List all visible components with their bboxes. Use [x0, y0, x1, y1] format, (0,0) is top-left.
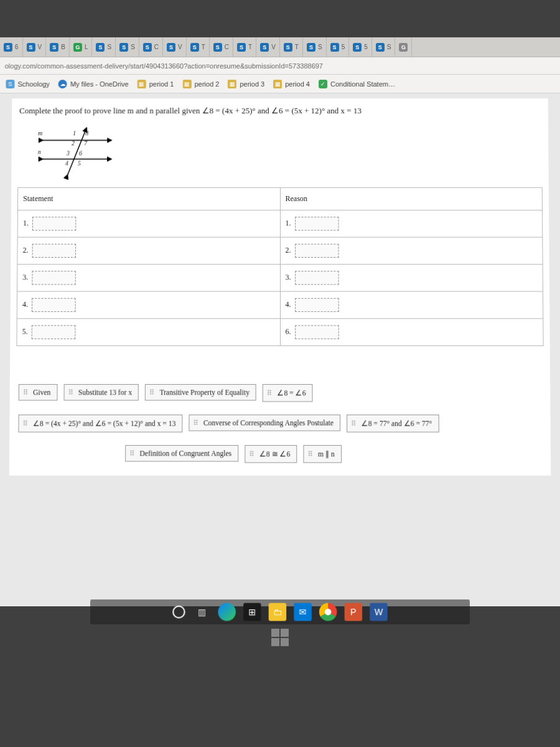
answer-tile[interactable]: Converse of Corresponding Angles Postula… — [189, 415, 341, 431]
tab-label: C — [225, 44, 229, 50]
windows-button-icon[interactable] — [271, 629, 289, 646]
bookmark-label: period 2 — [194, 80, 219, 88]
favicon-icon: S — [376, 42, 385, 51]
reason-dropzone[interactable] — [295, 217, 338, 230]
reason-dropzone[interactable] — [295, 298, 339, 312]
row-number: 4. — [286, 300, 291, 309]
angle-6: 6 — [79, 149, 82, 156]
address-bar[interactable]: ology.com/common-assessment-delivery/sta… — [0, 57, 560, 75]
cloud-icon: ☁ — [58, 80, 67, 88]
store-icon[interactable]: ⊞ — [243, 603, 261, 621]
reason-dropzone[interactable] — [295, 325, 339, 339]
windows-taskbar: ▥ ⊞ 🗀 ✉ P W — [90, 599, 470, 624]
favicon-icon: S — [190, 42, 199, 51]
answer-tile[interactable]: ∠8 ≅ ∠6 — [245, 445, 297, 463]
tab-label: V — [271, 44, 276, 50]
table-row: 3. 3. — [17, 265, 543, 292]
favicon-icon: S — [260, 42, 269, 51]
chrome-icon[interactable] — [319, 603, 337, 621]
mail-icon[interactable]: ✉ — [294, 603, 311, 621]
tab-label: 6 — [15, 44, 19, 50]
table-row: 5. 6. — [17, 319, 543, 346]
answer-tile[interactable]: Substitute 13 for x — [64, 384, 139, 401]
angle-7: 7 — [84, 139, 87, 146]
bookmark-period3[interactable]: ▦period 3 — [228, 80, 264, 88]
reason-dropzone[interactable] — [295, 271, 338, 284]
tab-label: 5 — [364, 44, 368, 50]
browser-tab[interactable]: SS — [303, 37, 327, 57]
favicon-icon: S — [26, 42, 35, 51]
bookmark-conditional[interactable]: ✓Conditional Statem… — [319, 80, 395, 88]
browser-tab[interactable]: SS — [116, 37, 139, 57]
browser-tab[interactable]: SS — [92, 37, 116, 57]
bookmark-schoology[interactable]: SSchoology — [6, 80, 50, 88]
answer-tile[interactable]: m ∥ n — [304, 445, 342, 463]
favicon-icon: S — [50, 42, 58, 51]
statement-dropzone[interactable] — [32, 217, 77, 230]
browser-tab[interactable]: SV — [256, 37, 280, 57]
browser-tab[interactable]: SS — [372, 37, 396, 57]
browser-tab[interactable]: GL — [70, 37, 93, 57]
bookmarks-bar: SSchoology ☁My files - OneDrive ▦period … — [0, 75, 560, 93]
row-number: 2. — [286, 245, 291, 254]
powerpoint-icon[interactable]: P — [345, 603, 363, 621]
sheet-icon: ▦ — [228, 80, 236, 88]
bookmark-onedrive[interactable]: ☁My files - OneDrive — [58, 80, 129, 88]
browser-tab[interactable]: SV — [163, 37, 187, 57]
favicon-icon: S — [119, 42, 128, 51]
browser-tab[interactable]: SV — [22, 37, 46, 57]
browser-tab[interactable]: ST — [233, 37, 256, 57]
proof-table: Statement Reason 1. 1. 2. 2. 3. 3. 4. 4.… — [16, 187, 543, 346]
browser-tab[interactable]: ST — [187, 37, 210, 57]
angle-4: 4 — [65, 160, 68, 167]
tab-label: T — [202, 44, 205, 50]
tab-label: T — [248, 44, 252, 50]
start-icon[interactable] — [172, 606, 185, 619]
statement-dropzone[interactable] — [32, 244, 77, 258]
favicon-icon: S — [96, 42, 105, 51]
answer-tile[interactable]: Definition of Congruent Angles — [125, 445, 238, 462]
tab-label: 5 — [342, 44, 345, 50]
browser-tab[interactable]: ST — [280, 37, 303, 57]
favicon-icon: G — [73, 42, 82, 51]
favicon-icon: S — [353, 42, 362, 51]
tab-label: L — [85, 44, 88, 50]
url-text: ology.com/common-assessment-delivery/sta… — [5, 62, 323, 70]
reason-header: Reason — [280, 187, 543, 210]
edge-icon[interactable] — [218, 603, 235, 621]
browser-tab[interactable]: S5 — [349, 37, 372, 57]
favicon-icon: S — [213, 42, 222, 51]
sheet-icon: ▦ — [182, 80, 191, 88]
answer-tile[interactable]: Transitive Property of Equality — [145, 384, 256, 401]
sheet-icon: ▦ — [138, 80, 146, 88]
statement-dropzone[interactable] — [32, 271, 76, 284]
answer-tile[interactable]: ∠8 = (4x + 25)° and ∠6 = (5x + 12)° and … — [18, 415, 182, 433]
row-number: 3. — [286, 273, 291, 281]
answer-tile[interactable]: ∠8 = 77° and ∠6 = 77° — [347, 415, 439, 433]
favicon-icon: S — [143, 42, 152, 51]
tab-label: B — [61, 44, 65, 50]
row-number: 3. — [22, 273, 28, 281]
browser-tab[interactable]: G — [395, 37, 412, 57]
browser-tab[interactable]: SC — [139, 37, 163, 57]
sheet-icon: ▦ — [273, 80, 282, 88]
word-icon[interactable]: W — [370, 603, 388, 621]
browser-tab[interactable]: SC — [210, 37, 233, 57]
svg-line-2 — [68, 128, 87, 174]
angle-5: 5 — [78, 160, 81, 167]
answer-tile[interactable]: ∠8 = ∠6 — [263, 384, 313, 402]
browser-tab[interactable]: S5 — [327, 37, 350, 57]
favicon-icon: S — [167, 42, 175, 51]
statement-dropzone[interactable] — [32, 325, 76, 339]
browser-tab[interactable]: S6 — [0, 37, 23, 57]
statement-dropzone[interactable] — [32, 298, 76, 312]
reason-dropzone[interactable] — [295, 244, 338, 258]
browser-tab[interactable]: SB — [46, 37, 70, 57]
bookmark-period1[interactable]: ▦period 1 — [138, 80, 174, 88]
answer-tile[interactable]: Given — [19, 384, 58, 401]
file-explorer-icon[interactable]: 🗀 — [269, 603, 286, 621]
question-prompt: Complete the proof to prove line m and n… — [18, 103, 542, 122]
bookmark-period2[interactable]: ▦period 2 — [182, 80, 219, 88]
task-view-icon[interactable]: ▥ — [193, 603, 211, 621]
bookmark-period4[interactable]: ▦period 4 — [273, 80, 310, 88]
